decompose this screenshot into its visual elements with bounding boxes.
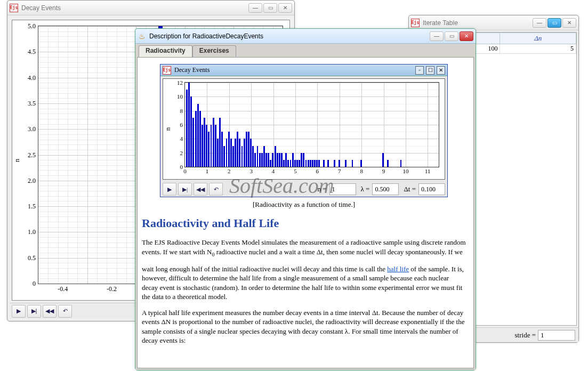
- chart-bar: [310, 160, 311, 167]
- ejs-icon: Ejs: [10, 4, 18, 12]
- step-button[interactable]: ▶|: [178, 183, 192, 196]
- chart-bar: [339, 160, 340, 167]
- chart-bar: [400, 160, 402, 167]
- inner-titlebar[interactable]: Ejs Decay Events ▫ ☐ ✕: [160, 64, 447, 76]
- chart-bar: [327, 160, 329, 167]
- chart-bar: [334, 160, 335, 167]
- chart-bar: [211, 125, 212, 167]
- chart-bar: [202, 125, 203, 167]
- chart-bar: [272, 153, 273, 167]
- chart-bar: [265, 153, 267, 167]
- minimize-icon[interactable]: ▫: [415, 66, 424, 75]
- titlebar[interactable]: ♨ Description for RadioactiveDecayEvents…: [135, 29, 476, 44]
- half-life-link[interactable]: half life: [387, 265, 409, 273]
- chart-bar: [197, 104, 199, 167]
- chart-bar: [241, 146, 243, 167]
- description-content[interactable]: Ejs Decay Events ▫ ☐ ✕ n: [137, 57, 474, 368]
- window-title: Iterate Table: [423, 19, 533, 27]
- chart-bar: [296, 160, 298, 167]
- chart-bar: [204, 118, 205, 167]
- titlebar[interactable]: Ejs Decay Events — ▭ ✕: [7, 1, 294, 15]
- window-title: Decay Events: [21, 4, 248, 12]
- chart-bar: [308, 160, 309, 167]
- chart-bar: [254, 153, 256, 167]
- undo-button[interactable]: ↶: [209, 183, 223, 196]
- chart-bar: [244, 139, 245, 167]
- tab-exercises[interactable]: Exercises: [192, 45, 236, 57]
- maximize-button[interactable]: ▭: [445, 31, 458, 41]
- paragraph-1: The EJS Radioactive Decay Events Model s…: [142, 238, 466, 258]
- lambda-label: λ =: [361, 185, 370, 193]
- minimize-button[interactable]: —: [533, 18, 546, 28]
- reset-button[interactable]: ◀◀: [194, 183, 207, 196]
- paragraph-2: wait long enough half of the initial rad…: [142, 264, 466, 302]
- minimize-button[interactable]: —: [248, 3, 262, 13]
- chart-bar: [275, 146, 276, 167]
- inner-title-text: Decay Events: [174, 66, 210, 74]
- chart-bar: [195, 111, 197, 167]
- java-icon: ♨: [138, 32, 146, 41]
- chart-bar: [226, 139, 228, 167]
- chart-bar: [387, 160, 389, 167]
- chart-bar: [285, 153, 287, 167]
- dt-input[interactable]: [418, 183, 445, 195]
- step-button[interactable]: ▶|: [27, 305, 41, 318]
- close-icon[interactable]: ✕: [437, 66, 445, 75]
- chart-bar: [248, 132, 249, 167]
- chart-bar: [263, 146, 265, 167]
- chart-bar: [228, 132, 230, 167]
- chart-bar: [190, 96, 192, 167]
- maximize-button[interactable]: ▭: [547, 18, 561, 28]
- chart-bar: [277, 153, 278, 167]
- chart-bar: [299, 160, 300, 167]
- stride-label: stride =: [515, 331, 536, 340]
- chart-bar: [281, 153, 283, 167]
- chart-bar: [239, 139, 240, 167]
- chart-bar: [382, 153, 384, 167]
- lambda-input[interactable]: [372, 183, 399, 195]
- tab-radioactivity[interactable]: Radioactivity: [139, 45, 192, 57]
- chart-bar: [259, 153, 261, 167]
- page-heading: Radioactivity and Half Life: [142, 216, 466, 230]
- stride-input[interactable]: [538, 330, 575, 341]
- col-dn[interactable]: Δn: [500, 33, 576, 44]
- chart-bar: [279, 153, 280, 167]
- paragraph-3: A typical half life experiment measures …: [142, 308, 466, 345]
- chart-bar: [270, 160, 271, 167]
- chart-bar: [314, 160, 316, 167]
- play-button[interactable]: ▶: [163, 183, 176, 196]
- chart-bar: [301, 153, 302, 167]
- chart-bar: [305, 160, 307, 167]
- undo-button[interactable]: ↶: [58, 305, 72, 318]
- maximize-icon[interactable]: ☐: [426, 66, 434, 75]
- play-button[interactable]: ▶: [12, 305, 26, 318]
- chart-bar: [246, 132, 247, 167]
- close-button[interactable]: ✕: [278, 3, 292, 13]
- chart-bar: [316, 160, 318, 167]
- chart-bar: [237, 132, 238, 167]
- inner-ylabel: n: [164, 127, 172, 131]
- minimize-button[interactable]: —: [430, 31, 444, 41]
- inner-n-input[interactable]: [329, 183, 356, 195]
- chart-bar: [261, 153, 263, 167]
- chart-bar: [252, 146, 254, 167]
- chart-bar: [360, 160, 362, 167]
- maximize-button[interactable]: ▭: [263, 3, 277, 13]
- close-button[interactable]: ✕: [562, 18, 576, 28]
- chart-bar: [230, 139, 232, 167]
- chart-bar: [303, 153, 304, 167]
- chart-bar: [352, 160, 353, 167]
- chart-bar: [215, 125, 216, 167]
- chart-bar: [345, 160, 347, 167]
- chart-bar: [235, 139, 236, 167]
- close-button[interactable]: ✕: [460, 31, 473, 41]
- chart-bar: [283, 160, 285, 167]
- chart-bar: [213, 118, 214, 167]
- chart-bar: [217, 139, 219, 167]
- chart-bar: [287, 160, 289, 167]
- chart-bar: [186, 90, 188, 167]
- inner-chart: n: [163, 78, 445, 180]
- ejs-icon: Ejs: [163, 66, 171, 75]
- reset-button[interactable]: ◀◀: [43, 305, 57, 318]
- chart-bar: [250, 139, 252, 167]
